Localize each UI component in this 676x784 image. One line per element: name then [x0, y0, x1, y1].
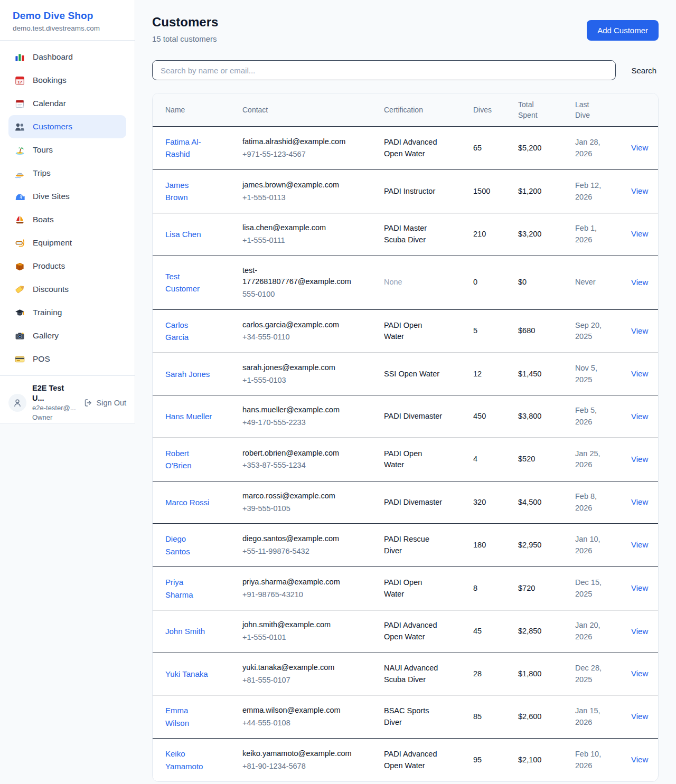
customer-email: lisa.chen@example.com	[242, 222, 354, 234]
customer-name-link[interactable]: Lisa Chen	[165, 228, 201, 240]
customer-name-link[interactable]: Diego Santos	[165, 533, 213, 558]
customer-certification: PADI Open Water	[384, 320, 473, 343]
customer-total-spent: $2,950	[518, 540, 575, 551]
customer-name-link[interactable]: Hans Mueller	[165, 410, 212, 422]
sidebar-item-equipment[interactable]: Equipment	[8, 231, 126, 254]
customer-dives: 210	[473, 229, 518, 240]
customer-last-dive: Jan 10, 2026	[575, 534, 631, 557]
customer-email: yuki.tanaka@example.com	[242, 662, 354, 674]
customer-last-dive: Feb 8, 2026	[575, 491, 631, 514]
boats-icon	[15, 215, 25, 225]
column-header-last-dive: Last Dive	[575, 99, 602, 121]
customer-name-link[interactable]: Emma Wilson	[165, 704, 213, 729]
customer-certification: PADI Advanced Open Water	[384, 749, 473, 772]
view-link[interactable]: View	[631, 143, 648, 152]
view-link[interactable]: View	[631, 583, 648, 592]
customer-name-link[interactable]: Sarah Jones	[165, 368, 210, 380]
view-link[interactable]: View	[631, 755, 648, 764]
search-input[interactable]	[152, 60, 616, 80]
customer-email: keiko.yamamoto@example.com	[242, 748, 354, 760]
view-link[interactable]: View	[631, 278, 648, 287]
customer-dives: 95	[473, 754, 518, 766]
customer-name-link[interactable]: Robert O'Brien	[165, 447, 213, 472]
customer-name-link[interactable]: Carlos Garcia	[165, 319, 213, 344]
sidebar-item-discounts[interactable]: Discounts	[8, 278, 126, 301]
view-link[interactable]: View	[631, 497, 648, 506]
table-row: Carlos Garcia carlos.garcia@example.com …	[153, 310, 658, 353]
customer-count: 15 total customers	[152, 34, 218, 44]
sidebar-item-boats[interactable]: Boats	[8, 208, 126, 231]
customer-total-spent: $720	[518, 583, 575, 594]
sign-out-button[interactable]: Sign Out	[84, 399, 126, 407]
view-link[interactable]: View	[631, 412, 648, 421]
customer-dives: 12	[473, 369, 518, 380]
sidebar-item-customers[interactable]: Customers	[8, 115, 126, 138]
view-link[interactable]: View	[631, 455, 648, 464]
search-button[interactable]: Search	[629, 66, 659, 75]
customer-certification: PADI Open Water	[384, 577, 473, 600]
customer-email: john.smith@example.com	[242, 619, 354, 631]
customer-name-link[interactable]: Yuki Tanaka	[165, 668, 208, 680]
customer-name-link[interactable]: John Smith	[165, 625, 205, 637]
sidebar-item-training[interactable]: Training	[8, 301, 126, 324]
customer-phone: +353-87-555-1234	[242, 460, 354, 471]
pos-icon	[15, 354, 25, 364]
customer-name-link[interactable]: Priya Sharma	[165, 576, 213, 601]
customer-phone: +81-90-1234-5678	[242, 761, 354, 772]
customer-certification: PADI Advanced Open Water	[384, 137, 473, 160]
customer-dives: 85	[473, 711, 518, 723]
customer-last-dive: Jan 20, 2026	[575, 620, 631, 643]
view-link[interactable]: View	[631, 669, 648, 678]
customer-phone: +1-555-0111	[242, 235, 354, 247]
customer-name-link[interactable]: Marco Rossi	[165, 496, 209, 508]
customer-name-link[interactable]: Test Customer	[165, 270, 213, 295]
sidebar-item-trips[interactable]: Trips	[8, 162, 126, 185]
sidebar-item-dive-sites[interactable]: Dive Sites	[8, 185, 126, 208]
table-row: Keiko Yamamoto keiko.yamamoto@example.co…	[153, 739, 658, 781]
customer-last-dive: Jan 15, 2026	[575, 705, 631, 729]
customer-phone: +49-170-555-2233	[242, 417, 354, 429]
customer-dives: 28	[473, 668, 518, 680]
customer-name-link[interactable]: James Brown	[165, 179, 213, 204]
view-link[interactable]: View	[631, 326, 648, 335]
brand-name: Demo Dive Shop	[13, 10, 122, 22]
customer-dives: 180	[473, 540, 518, 551]
customer-total-spent: $2,850	[518, 626, 575, 637]
table-body: Fatima Al-Rashid fatima.alrashid@example…	[153, 127, 658, 781]
customer-certification: None	[384, 277, 473, 288]
column-header-name: Name	[165, 105, 242, 115]
customer-total-spent: $1,200	[518, 186, 575, 197]
customer-dives: 1500	[473, 186, 518, 197]
table-row: Test Customer test-1772681807767@example…	[153, 256, 658, 310]
customer-total-spent: $2,100	[518, 754, 575, 766]
customer-email: sarah.jones@example.com	[242, 362, 354, 374]
avatar	[8, 394, 26, 412]
view-link[interactable]: View	[631, 369, 648, 378]
sidebar-item-calendar[interactable]: Calendar	[8, 92, 126, 115]
view-link[interactable]: View	[631, 627, 648, 636]
customer-certification: BSAC Sports Diver	[384, 705, 473, 729]
sidebar-item-pos[interactable]: POS	[8, 347, 126, 371]
view-link[interactable]: View	[631, 540, 648, 549]
add-customer-button[interactable]: Add Customer	[587, 20, 659, 41]
sidebar-item-bookings[interactable]: 17 Bookings	[8, 69, 126, 92]
customer-last-dive: Feb 10, 2026	[575, 749, 631, 772]
customers-table: Name Contact Certification Dives Total S…	[152, 93, 659, 782]
customer-total-spent: $5,200	[518, 143, 575, 154]
customer-name-link[interactable]: Keiko Yamamoto	[165, 748, 213, 772]
sidebar-item-products[interactable]: Products	[8, 254, 126, 278]
customer-phone: +1-555-0103	[242, 375, 354, 386]
view-link[interactable]: View	[631, 186, 648, 195]
view-link[interactable]: View	[631, 229, 648, 238]
view-link[interactable]: View	[631, 712, 648, 721]
customer-dives: 450	[473, 411, 518, 422]
brand-block: Demo Dive Shop demo.test.divestreams.com	[0, 0, 135, 41]
customer-certification: PADI Divemaster	[384, 497, 473, 508]
customer-name-link[interactable]: Fatima Al-Rashid	[165, 136, 213, 160]
customer-email: james.brown@example.com	[242, 180, 354, 191]
sidebar-item-dashboard[interactable]: Dashboard	[8, 45, 126, 69]
sidebar-item-tours[interactable]: Tours	[8, 138, 126, 162]
page-header: Customers 15 total customers Add Custome…	[152, 15, 659, 44]
column-header-contact: Contact	[242, 105, 384, 115]
sidebar-item-gallery[interactable]: Gallery	[8, 324, 126, 347]
